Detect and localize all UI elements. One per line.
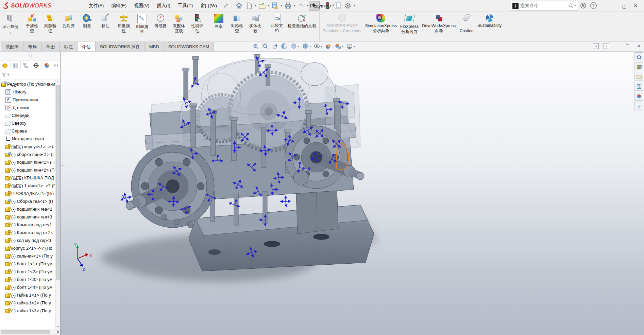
ribbon-button[interactable]: 3DEXPERIENCESimulation Connector [321,12,363,41]
tab-display-manager[interactable] [41,60,52,70]
command-tab[interactable]: MBD [145,42,164,51]
menu-item[interactable]: 窗口(W) [197,0,221,11]
custom-properties-icon[interactable] [634,102,643,110]
tree-item[interactable]: (-) болт 1<3> (По ум [0,276,60,283]
panel-tabs-scroll-right-icon[interactable] [56,60,60,70]
open-caret-icon[interactable]: ▾ [267,4,270,7]
tree-item[interactable]: (-) Сборка геа<1> (П [0,197,60,205]
panel-splitter-handle[interactable] [60,153,64,166]
menu-item[interactable]: 编辑(E) [107,0,130,11]
tree-item[interactable]: ПРОКЛАДКА<2> (По [0,190,60,197]
tree-item[interactable]: Исходная точка [0,135,60,143]
tree-item[interactable]: (-) гайка 1<2> (По у [0,299,60,307]
tree-item[interactable]: (-) подшип пин<2> (П [0,166,60,174]
ribbon-button[interactable]: FloXpress分析向导 [399,12,420,41]
ribbon-button[interactable]: 剖面属性 [133,12,151,41]
pin-icon[interactable] [221,2,230,10]
command-tab[interactable]: 评估 [77,42,96,51]
minimize-button[interactable] [607,1,618,10]
tree-item[interactable]: (-) Крышка под ге<1 [0,221,60,229]
command-tab[interactable]: SOLIDWORKS 插件 [95,42,145,51]
ribbon-button[interactable]: 对称检查 [228,12,246,41]
command-tab[interactable]: 装配体 [1,42,23,51]
account-icon[interactable] [578,1,588,10]
tree-item[interactable]: (-) болт 1<2> (По ум [0,268,60,276]
tree-horizontal-scrollbar[interactable] [0,329,60,335]
ribbon-button[interactable]: 传感器 [151,12,170,41]
tree-vertical-scrollbar[interactable] [55,80,60,329]
view-palette-icon[interactable] [634,82,643,91]
tree-item[interactable]: Сверху [0,119,60,127]
panel-tabs-scroll-left-icon[interactable] [52,60,56,70]
scroll-up-icon[interactable] [57,81,59,82]
search-icon[interactable] [568,3,574,8]
tree-item[interactable]: (-) кол му под гир<1 [0,236,60,244]
tree-item[interactable]: Примечания [0,96,60,104]
ribbon-button[interactable]: 质量属性 [115,12,133,41]
tree-item[interactable]: (-) болт 1<1> (По ум [0,260,60,268]
menu-item[interactable]: 插入(I) [153,0,174,11]
options-caret-icon[interactable]: ▾ [353,4,356,7]
print-button[interactable] [283,1,293,10]
options-button[interactable] [343,1,353,10]
restore-button[interactable] [618,1,630,10]
hide-show-items-button[interactable] [312,42,324,50]
ribbon-button[interactable]: 装配体直观 [170,12,188,41]
new-doc-caret-icon[interactable]: ▾ [254,4,257,7]
ribbon-button[interactable]: 曲率 [209,12,228,41]
tree-item[interactable]: Редуктор (По умолчани [0,80,60,88]
tree-item[interactable]: корпус 2<1> ->? (По [0,244,60,252]
new-document-button[interactable] [244,1,254,10]
scroll-right-icon[interactable] [57,330,59,334]
undo-button[interactable] [296,1,306,10]
print-caret-icon[interactable]: ▾ [293,4,296,7]
tree-item[interactable]: (固定) КРЫШКА ПОД П [0,174,60,182]
tab-configuration-manager[interactable] [21,60,31,70]
design-library-icon[interactable] [634,62,643,71]
help-icon[interactable] [588,1,598,10]
view-settings-button[interactable] [345,42,356,50]
tree-item[interactable]: History [0,88,60,96]
scrollbar-thumb[interactable] [56,85,60,280]
section-view-button[interactable] [279,42,289,50]
ribbon-button[interactable]: DriveWorksXpress向导 [420,12,457,41]
menu-item[interactable]: 文件(F) [85,0,107,11]
ribbon-button[interactable]: 实体比较 [246,12,266,41]
doc-restore-button[interactable] [625,43,631,49]
tab-property-manager[interactable] [11,60,21,70]
design-study-button[interactable]: 设计算例 ▾ [1,12,19,41]
open-button[interactable] [257,1,267,10]
ribbon-button[interactable]: Costing [457,12,476,41]
panel-top-splitter[interactable] [0,52,60,60]
tree-item[interactable]: (-) подшипник геа<2 [0,205,60,213]
tree-item[interactable]: (-) сальник<1> (По у [0,252,60,260]
save-button[interactable] [270,1,280,10]
file-explorer-icon[interactable] [634,72,643,81]
doc-close-button[interactable] [636,43,642,49]
menu-item[interactable]: 视图(V) [130,0,153,11]
hscrollbar-thumb[interactable] [1,330,50,334]
tree-item[interactable]: Датчики [0,104,60,111]
tree-item[interactable]: (-) болт 1<4> (По ум [0,283,60,291]
design-study-caret-icon[interactable]: ▾ [10,32,11,35]
tree-item[interactable]: (-) гайка 1<3> (По у [0,307,60,315]
ribbon-button[interactable]: Sustainability [476,12,503,41]
view-orientation-button[interactable] [289,42,301,50]
tree-item[interactable]: (-) Крышка под ге 2< [0,229,60,236]
home-button[interactable] [234,1,244,10]
tab-dimxpert-manager[interactable] [31,60,42,70]
tree-item[interactable]: (固定) 1 пин<1> ->? (П [0,182,60,190]
close-button[interactable] [630,1,641,10]
command-tab[interactable]: 布局 [23,42,41,51]
ribbon-button[interactable]: 间隙验证 [41,12,60,41]
tree-item[interactable]: (-) сборка пине<1> (П [0,151,60,158]
tree-item[interactable]: (-) подшип пин<1> (П [0,158,60,166]
ribbon-button[interactable]: 孔对齐 [60,12,78,41]
tree-item[interactable]: (-) гайка 1<1> (По у [0,291,60,299]
filter-funnel-icon[interactable] [1,72,7,78]
collapse-left-pane-icon[interactable]: ◂ [593,43,599,49]
ribbon-button[interactable]: 干涉检查 [23,12,41,41]
tree-item[interactable]: Спереди [0,111,60,119]
ribbon-button[interactable]: 标注 [96,12,115,41]
ribbon-button[interactable]: 比较文档 [268,12,286,41]
